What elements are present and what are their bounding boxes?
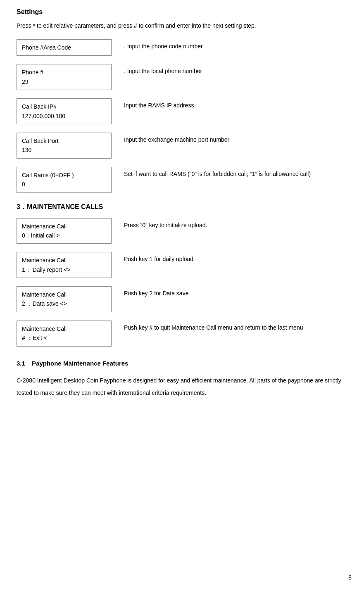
setting-box-0: Phone #Area Code bbox=[17, 39, 112, 56]
maintenance-row-0: Maintenance Call0：Initial call >Press “0… bbox=[17, 218, 347, 244]
setting-row-3: Call Back Port130Input the exchange mach… bbox=[17, 133, 347, 159]
maintenance-desc-1: Push key 1 for daily upload bbox=[124, 252, 347, 264]
setting-box-3: Call Back Port130 bbox=[17, 133, 112, 159]
maintenance-box-0: Maintenance Call0：Initial call > bbox=[17, 218, 112, 244]
setting-row-2: Call Back IP#127.000.000.100Input the RA… bbox=[17, 98, 347, 124]
maintenance-box-1: Maintenance Call1： Daily report <> bbox=[17, 252, 112, 278]
setting-row-0: Phone #Area Code. Input the phone code n… bbox=[17, 39, 347, 56]
section3-header: 3．MAINTENTANCE CALLS bbox=[17, 203, 347, 211]
setting-desc-3: Input the exchange machine port number bbox=[124, 133, 347, 144]
maintenance-desc-3: Push key # to quit Maintenance Call menu… bbox=[124, 321, 347, 332]
subsection-number: 3.1 bbox=[17, 360, 25, 367]
subsection-title: Payphone Maintenance Features bbox=[32, 360, 128, 367]
maintenance-row-2: Maintenance Call2 ：Data save <>Push key … bbox=[17, 286, 347, 312]
setting-desc-2: Input the RAMS IP address bbox=[124, 98, 347, 110]
setting-desc-4: Set if want to call RAMS (“0” is for for… bbox=[124, 167, 347, 178]
setting-desc-0: . Input the phone code number bbox=[124, 39, 347, 51]
setting-box-1: Phone #29 bbox=[17, 64, 112, 90]
maintenance-box-3: Maintenance Call# ：Exit < bbox=[17, 321, 112, 347]
setting-box-4: Call Rams (0=OFF )0 bbox=[17, 167, 112, 193]
setting-box-2: Call Back IP#127.000.000.100 bbox=[17, 98, 112, 124]
maintenance-row-1: Maintenance Call1： Daily report <>Push k… bbox=[17, 252, 347, 278]
maintenance-row-3: Maintenance Call# ：Exit <Push key # to q… bbox=[17, 321, 347, 347]
intro-text: Press * to edit relative parameters, and… bbox=[17, 21, 347, 30]
setting-row-1: Phone #29. Input the local phone number bbox=[17, 64, 347, 90]
maintenance-desc-0: Press “0” key to initialize upload. bbox=[124, 218, 347, 230]
setting-row-4: Call Rams (0=OFF )0Set if want to call R… bbox=[17, 167, 347, 193]
body-text: C-2080 Intelligent Desktop Coin Payphone… bbox=[17, 374, 347, 400]
page-number: 8 bbox=[348, 574, 352, 581]
maintenance-desc-2: Push key 2 for Data save bbox=[124, 286, 347, 298]
page-title: Settings bbox=[17, 8, 347, 16]
maintenance-box-2: Maintenance Call2 ：Data save <> bbox=[17, 286, 112, 312]
setting-desc-1: . Input the local phone number bbox=[124, 64, 347, 76]
